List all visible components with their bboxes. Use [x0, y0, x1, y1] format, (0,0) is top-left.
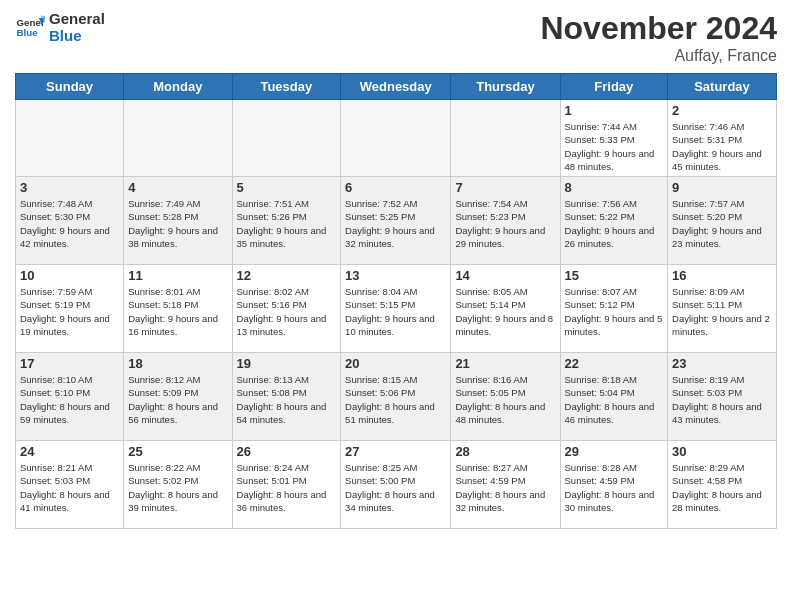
day-number: 13	[345, 268, 446, 283]
day-number: 30	[672, 444, 772, 459]
day-info: Sunrise: 8:05 AMSunset: 5:14 PMDaylight:…	[455, 285, 555, 338]
calendar-cell: 2Sunrise: 7:46 AMSunset: 5:31 PMDaylight…	[668, 100, 777, 177]
day-number: 28	[455, 444, 555, 459]
day-number: 25	[128, 444, 227, 459]
day-info: Sunrise: 8:09 AMSunset: 5:11 PMDaylight:…	[672, 285, 772, 338]
day-number: 9	[672, 180, 772, 195]
day-number: 2	[672, 103, 772, 118]
day-info: Sunrise: 8:15 AMSunset: 5:06 PMDaylight:…	[345, 373, 446, 426]
calendar-cell: 9Sunrise: 7:57 AMSunset: 5:20 PMDaylight…	[668, 177, 777, 265]
day-info: Sunrise: 8:21 AMSunset: 5:03 PMDaylight:…	[20, 461, 119, 514]
logo-general: General	[49, 10, 105, 27]
day-info: Sunrise: 8:10 AMSunset: 5:10 PMDaylight:…	[20, 373, 119, 426]
calendar-cell: 23Sunrise: 8:19 AMSunset: 5:03 PMDayligh…	[668, 353, 777, 441]
day-number: 4	[128, 180, 227, 195]
day-number: 14	[455, 268, 555, 283]
calendar-cell: 11Sunrise: 8:01 AMSunset: 5:18 PMDayligh…	[124, 265, 232, 353]
calendar-cell: 24Sunrise: 8:21 AMSunset: 5:03 PMDayligh…	[16, 441, 124, 529]
day-number: 19	[237, 356, 337, 371]
calendar-cell	[341, 100, 451, 177]
logo-icon: General Blue	[15, 12, 45, 42]
col-wednesday: Wednesday	[341, 74, 451, 100]
logo: General Blue General Blue	[15, 10, 105, 44]
calendar-header-row: Sunday Monday Tuesday Wednesday Thursday…	[16, 74, 777, 100]
calendar-cell: 29Sunrise: 8:28 AMSunset: 4:59 PMDayligh…	[560, 441, 668, 529]
day-number: 21	[455, 356, 555, 371]
calendar-cell: 7Sunrise: 7:54 AMSunset: 5:23 PMDaylight…	[451, 177, 560, 265]
day-number: 11	[128, 268, 227, 283]
calendar-cell: 3Sunrise: 7:48 AMSunset: 5:30 PMDaylight…	[16, 177, 124, 265]
day-info: Sunrise: 8:13 AMSunset: 5:08 PMDaylight:…	[237, 373, 337, 426]
calendar-cell: 15Sunrise: 8:07 AMSunset: 5:12 PMDayligh…	[560, 265, 668, 353]
month-title: November 2024	[540, 10, 777, 47]
calendar-cell: 1Sunrise: 7:44 AMSunset: 5:33 PMDaylight…	[560, 100, 668, 177]
day-info: Sunrise: 7:59 AMSunset: 5:19 PMDaylight:…	[20, 285, 119, 338]
calendar-week-5: 24Sunrise: 8:21 AMSunset: 5:03 PMDayligh…	[16, 441, 777, 529]
day-info: Sunrise: 8:16 AMSunset: 5:05 PMDaylight:…	[455, 373, 555, 426]
day-number: 18	[128, 356, 227, 371]
day-number: 15	[565, 268, 664, 283]
header: General Blue General Blue November 2024 …	[15, 10, 777, 65]
page-container: General Blue General Blue November 2024 …	[0, 0, 792, 539]
calendar-week-3: 10Sunrise: 7:59 AMSunset: 5:19 PMDayligh…	[16, 265, 777, 353]
day-info: Sunrise: 7:46 AMSunset: 5:31 PMDaylight:…	[672, 120, 772, 173]
day-info: Sunrise: 8:28 AMSunset: 4:59 PMDaylight:…	[565, 461, 664, 514]
col-saturday: Saturday	[668, 74, 777, 100]
day-info: Sunrise: 8:22 AMSunset: 5:02 PMDaylight:…	[128, 461, 227, 514]
day-number: 26	[237, 444, 337, 459]
calendar-cell: 20Sunrise: 8:15 AMSunset: 5:06 PMDayligh…	[341, 353, 451, 441]
day-info: Sunrise: 7:44 AMSunset: 5:33 PMDaylight:…	[565, 120, 664, 173]
calendar-week-2: 3Sunrise: 7:48 AMSunset: 5:30 PMDaylight…	[16, 177, 777, 265]
day-info: Sunrise: 8:07 AMSunset: 5:12 PMDaylight:…	[565, 285, 664, 338]
day-info: Sunrise: 8:02 AMSunset: 5:16 PMDaylight:…	[237, 285, 337, 338]
day-info: Sunrise: 7:57 AMSunset: 5:20 PMDaylight:…	[672, 197, 772, 250]
day-info: Sunrise: 8:18 AMSunset: 5:04 PMDaylight:…	[565, 373, 664, 426]
col-thursday: Thursday	[451, 74, 560, 100]
day-number: 1	[565, 103, 664, 118]
calendar-table: Sunday Monday Tuesday Wednesday Thursday…	[15, 73, 777, 529]
title-area: November 2024 Auffay, France	[540, 10, 777, 65]
col-friday: Friday	[560, 74, 668, 100]
calendar-week-4: 17Sunrise: 8:10 AMSunset: 5:10 PMDayligh…	[16, 353, 777, 441]
day-number: 29	[565, 444, 664, 459]
day-info: Sunrise: 8:24 AMSunset: 5:01 PMDaylight:…	[237, 461, 337, 514]
calendar-cell: 21Sunrise: 8:16 AMSunset: 5:05 PMDayligh…	[451, 353, 560, 441]
day-number: 23	[672, 356, 772, 371]
calendar-cell: 12Sunrise: 8:02 AMSunset: 5:16 PMDayligh…	[232, 265, 341, 353]
day-number: 22	[565, 356, 664, 371]
calendar-cell	[16, 100, 124, 177]
calendar-week-1: 1Sunrise: 7:44 AMSunset: 5:33 PMDaylight…	[16, 100, 777, 177]
calendar-cell: 30Sunrise: 8:29 AMSunset: 4:58 PMDayligh…	[668, 441, 777, 529]
logo-blue: Blue	[49, 27, 105, 44]
calendar-cell: 26Sunrise: 8:24 AMSunset: 5:01 PMDayligh…	[232, 441, 341, 529]
day-info: Sunrise: 8:04 AMSunset: 5:15 PMDaylight:…	[345, 285, 446, 338]
calendar-cell: 5Sunrise: 7:51 AMSunset: 5:26 PMDaylight…	[232, 177, 341, 265]
calendar-cell: 22Sunrise: 8:18 AMSunset: 5:04 PMDayligh…	[560, 353, 668, 441]
day-info: Sunrise: 7:49 AMSunset: 5:28 PMDaylight:…	[128, 197, 227, 250]
day-info: Sunrise: 8:25 AMSunset: 5:00 PMDaylight:…	[345, 461, 446, 514]
calendar-cell: 8Sunrise: 7:56 AMSunset: 5:22 PMDaylight…	[560, 177, 668, 265]
calendar-cell: 27Sunrise: 8:25 AMSunset: 5:00 PMDayligh…	[341, 441, 451, 529]
calendar-cell	[124, 100, 232, 177]
calendar-cell: 6Sunrise: 7:52 AMSunset: 5:25 PMDaylight…	[341, 177, 451, 265]
day-info: Sunrise: 8:19 AMSunset: 5:03 PMDaylight:…	[672, 373, 772, 426]
day-number: 24	[20, 444, 119, 459]
calendar-cell: 28Sunrise: 8:27 AMSunset: 4:59 PMDayligh…	[451, 441, 560, 529]
day-info: Sunrise: 8:01 AMSunset: 5:18 PMDaylight:…	[128, 285, 227, 338]
calendar-cell	[232, 100, 341, 177]
calendar-cell: 25Sunrise: 8:22 AMSunset: 5:02 PMDayligh…	[124, 441, 232, 529]
day-number: 5	[237, 180, 337, 195]
day-number: 27	[345, 444, 446, 459]
col-monday: Monday	[124, 74, 232, 100]
day-info: Sunrise: 8:27 AMSunset: 4:59 PMDaylight:…	[455, 461, 555, 514]
day-info: Sunrise: 7:54 AMSunset: 5:23 PMDaylight:…	[455, 197, 555, 250]
location: Auffay, France	[540, 47, 777, 65]
calendar-cell: 10Sunrise: 7:59 AMSunset: 5:19 PMDayligh…	[16, 265, 124, 353]
calendar-cell: 19Sunrise: 8:13 AMSunset: 5:08 PMDayligh…	[232, 353, 341, 441]
day-number: 20	[345, 356, 446, 371]
day-info: Sunrise: 7:51 AMSunset: 5:26 PMDaylight:…	[237, 197, 337, 250]
day-info: Sunrise: 7:56 AMSunset: 5:22 PMDaylight:…	[565, 197, 664, 250]
calendar-cell: 18Sunrise: 8:12 AMSunset: 5:09 PMDayligh…	[124, 353, 232, 441]
calendar-cell	[451, 100, 560, 177]
day-number: 12	[237, 268, 337, 283]
